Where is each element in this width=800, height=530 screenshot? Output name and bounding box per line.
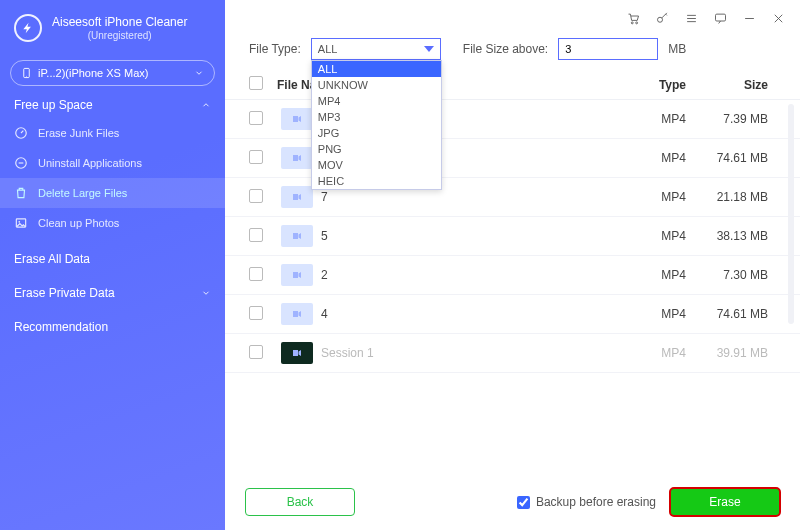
file-type: MP4 (606, 229, 686, 243)
col-header-type[interactable]: Type (606, 78, 686, 92)
file-size: 74.61 MB (686, 151, 776, 165)
select-all-checkbox[interactable] (249, 76, 263, 90)
menu-label: Erase Private Data (14, 286, 115, 300)
file-type: MP4 (606, 151, 686, 165)
table-row[interactable]: 4MP474.61 MB (225, 295, 800, 334)
file-type: MP4 (606, 268, 686, 282)
file-type: MP4 (606, 112, 686, 126)
file-type-label: File Type: (249, 42, 301, 56)
file-type-option[interactable]: JPG (312, 125, 441, 141)
file-name: 4 (321, 307, 328, 321)
row-checkbox[interactable] (249, 111, 263, 125)
file-type-option[interactable]: MOV (312, 157, 441, 173)
cart-icon[interactable] (626, 11, 641, 26)
sidebar-item-label: Delete Large Files (38, 187, 127, 199)
row-checkbox[interactable] (249, 306, 263, 320)
dropdown-arrow-icon (424, 46, 434, 52)
video-thumb-icon (281, 147, 313, 169)
backup-label: Backup before erasing (536, 495, 656, 509)
back-button[interactable]: Back (245, 488, 355, 516)
section-label: Free up Space (14, 98, 93, 112)
table-row[interactable]: Session 1MP439.91 MB (225, 334, 800, 373)
file-name: 2 (321, 268, 328, 282)
menu-icon[interactable] (684, 11, 699, 26)
erase-button[interactable]: Erase (670, 488, 780, 516)
sidebar-item-label: Erase Junk Files (38, 127, 119, 139)
svg-point-8 (658, 17, 663, 22)
svg-point-5 (18, 221, 20, 223)
file-size-label: File Size above: (463, 42, 548, 56)
sidebar-item-uninstall-applications[interactable]: Uninstall Applications (0, 148, 225, 178)
feedback-icon[interactable] (713, 11, 728, 26)
col-header-size[interactable]: Size (686, 78, 776, 92)
filter-bar: File Type: ALL ALLUNKNOWMP4MP3JPGPNGMOVH… (225, 36, 800, 70)
file-name: Session 1 (321, 346, 374, 360)
file-name: 5 (321, 229, 328, 243)
svg-point-7 (636, 21, 638, 23)
app-logo-icon (14, 14, 42, 42)
brand: Aiseesoft iPhone Cleaner (Unregistered) (0, 0, 225, 50)
backup-checkbox-input[interactable] (517, 496, 530, 509)
minimize-icon[interactable] (742, 11, 757, 26)
table-row[interactable]: 2MP47.30 MB (225, 256, 800, 295)
file-type-option[interactable]: HEIC (312, 173, 441, 189)
sidebar-item-delete-large-files[interactable]: Delete Large Files (0, 178, 225, 208)
file-size: 38.13 MB (686, 229, 776, 243)
video-thumb-icon (281, 342, 313, 364)
file-type-option[interactable]: MP4 (312, 93, 441, 109)
menu-label: Erase All Data (14, 252, 90, 266)
image-icon (14, 216, 28, 230)
close-icon[interactable] (771, 11, 786, 26)
device-selector[interactable]: iP...2)(iPhone XS Max) (10, 60, 215, 86)
file-type-option[interactable]: ALL (312, 61, 441, 77)
file-type-option[interactable]: MP3 (312, 109, 441, 125)
file-type-option[interactable]: UNKNOW (312, 77, 441, 93)
file-type: MP4 (606, 346, 686, 360)
file-type-value: ALL (318, 43, 338, 55)
file-type: MP4 (606, 190, 686, 204)
gauge-icon (14, 126, 28, 140)
file-size: 7.39 MB (686, 112, 776, 126)
sidebar-item-label: Uninstall Applications (38, 157, 142, 169)
row-checkbox[interactable] (249, 345, 263, 359)
row-checkbox[interactable] (249, 228, 263, 242)
device-label: iP...2)(iPhone XS Max) (38, 67, 148, 79)
backup-before-erasing-checkbox[interactable]: Backup before erasing (517, 495, 656, 509)
row-checkbox[interactable] (249, 150, 263, 164)
titlebar (225, 0, 800, 36)
video-thumb-icon (281, 225, 313, 247)
sidebar-item-label: Clean up Photos (38, 217, 119, 229)
file-size-input[interactable] (558, 38, 658, 60)
footer-bar: Back Backup before erasing Erase (225, 476, 800, 530)
sidebar-menu-erase-all-data[interactable]: Erase All Data (0, 238, 225, 272)
file-size-unit: MB (668, 42, 686, 56)
file-type: MP4 (606, 307, 686, 321)
svg-point-1 (26, 76, 27, 77)
svg-point-6 (631, 21, 633, 23)
file-type-select[interactable]: ALL ALLUNKNOWMP4MP3JPGPNGMOVHEIC (311, 38, 441, 60)
trash-icon (14, 186, 28, 200)
sidebar-menu-recommendation[interactable]: Recommendation (0, 306, 225, 340)
menu-label: Recommendation (14, 320, 108, 334)
video-thumb-icon (281, 303, 313, 325)
sidebar-menu-erase-private-data[interactable]: Erase Private Data (0, 272, 225, 306)
video-thumb-icon (281, 108, 313, 130)
row-checkbox[interactable] (249, 267, 263, 281)
file-size: 39.91 MB (686, 346, 776, 360)
row-checkbox[interactable] (249, 189, 263, 203)
main-panel: File Type: ALL ALLUNKNOWMP4MP3JPGPNGMOVH… (225, 0, 800, 530)
file-size: 74.61 MB (686, 307, 776, 321)
video-thumb-icon (281, 186, 313, 208)
chevron-down-icon (194, 68, 204, 78)
file-type-dropdown: ALLUNKNOWMP4MP3JPGPNGMOVHEIC (311, 60, 442, 190)
file-type-option[interactable]: PNG (312, 141, 441, 157)
key-icon[interactable] (655, 11, 670, 26)
table-row[interactable]: 5MP438.13 MB (225, 217, 800, 256)
video-thumb-icon (281, 264, 313, 286)
sidebar-item-erase-junk-files[interactable]: Erase Junk Files (0, 118, 225, 148)
minus-circle-icon (14, 156, 28, 170)
app-title: Aiseesoft iPhone Cleaner (52, 15, 187, 31)
sidebar-section-free-up-space[interactable]: Free up Space (0, 86, 225, 118)
sidebar-item-clean-up-photos[interactable]: Clean up Photos (0, 208, 225, 238)
scrollbar[interactable] (788, 104, 794, 324)
